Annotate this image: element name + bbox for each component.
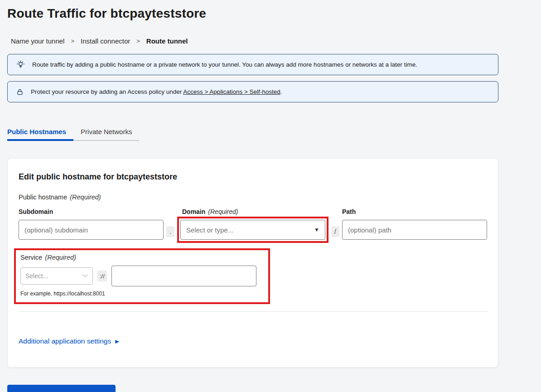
path-field-group: Path	[342, 208, 487, 240]
additional-application-settings-toggle[interactable]: Additional application settings ▶	[19, 337, 119, 345]
access-applications-self-hosted-link[interactable]: Access > Applications > Self-hosted	[183, 88, 280, 95]
breadcrumb-separator: >	[136, 38, 140, 44]
hostname-row: Subdomain . Domain(Required) Select or t…	[19, 208, 487, 243]
section-divider	[19, 311, 487, 312]
subdomain-field-group: Subdomain	[19, 208, 164, 240]
breadcrumb-install-connector[interactable]: Install connector	[81, 37, 130, 45]
domain-label: Domain	[182, 208, 205, 215]
breadcrumb: Name your tunnel > Install connector > R…	[11, 37, 498, 45]
edit-public-hostname-card: Edit public hostname for btcpayteststore…	[7, 158, 498, 368]
service-label-row: Service(Required)	[20, 254, 256, 261]
access-banner-text-after: .	[280, 88, 282, 95]
chevron-down-icon	[82, 273, 89, 280]
subdomain-input[interactable]	[19, 220, 164, 240]
page-content: Route Traffic for btcpayteststore Name y…	[7, 0, 498, 368]
tip-banner: Route traffic by adding a public hostnam…	[7, 54, 498, 75]
public-hostname-label: Public hostname	[19, 194, 67, 201]
domain-annotation-red-box: Select or type... ▼	[177, 217, 328, 243]
domain-field-group: Domain(Required) Select or type... ▼	[177, 208, 328, 243]
save-tunnel-button[interactable]: Save btcpayteststore tunnel	[7, 385, 116, 392]
service-example-text: For example, https://localhost:8001	[20, 290, 256, 297]
tab-public-hostnames[interactable]: Public Hostnames	[7, 128, 73, 141]
service-type-select[interactable]: Select...	[20, 267, 93, 285]
access-banner-text-before: Protect your resource by adding an Acces…	[31, 88, 183, 95]
service-label: Service	[20, 254, 42, 261]
breadcrumb-route-tunnel: Route tunnel	[146, 37, 188, 45]
service-required-label: (Required)	[45, 254, 76, 261]
service-type-placeholder: Select...	[25, 272, 48, 280]
public-hostname-required-label: (Required)	[70, 194, 101, 201]
scheme-joiner: ://	[97, 271, 107, 281]
tab-private-networks[interactable]: Private Networks	[81, 128, 139, 141]
breadcrumb-name-your-tunnel[interactable]: Name your tunnel	[11, 37, 64, 45]
domain-label-row: Domain(Required)	[177, 208, 328, 215]
public-hostname-label-row: Public hostname(Required)	[19, 194, 487, 201]
service-controls: Select... ://	[20, 266, 256, 286]
lightbulb-icon	[16, 60, 25, 69]
service-annotation-red-box: Service(Required) Select... :// For exam…	[14, 248, 270, 304]
page-title: Route Traffic for btcpayteststore	[7, 0, 498, 21]
caret-down-icon: ▼	[314, 227, 319, 233]
domain-select-placeholder: Select or type...	[186, 226, 233, 234]
caret-right-icon: ▶	[115, 339, 119, 344]
access-policy-banner: Protect your resource by adding an Acces…	[7, 81, 498, 102]
tip-banner-text: Route traffic by adding a public hostnam…	[32, 61, 417, 68]
domain-select[interactable]: Select or type... ▼	[180, 220, 325, 240]
path-input[interactable]	[342, 220, 487, 240]
lock-icon	[16, 88, 24, 96]
path-label: Path	[342, 208, 487, 215]
tab-bar: Public Hostnames Private Networks	[7, 128, 139, 141]
subdomain-label: Subdomain	[19, 208, 164, 215]
domain-required-label: (Required)	[208, 208, 238, 215]
access-banner-text: Protect your resource by adding an Acces…	[31, 88, 282, 95]
additional-settings-label: Additional application settings	[19, 337, 111, 345]
card-heading: Edit public hostname for btcpayteststore	[19, 172, 487, 182]
service-url-input[interactable]	[111, 266, 256, 286]
slash-joiner: /	[331, 226, 339, 237]
breadcrumb-separator: >	[71, 38, 74, 44]
dot-joiner: .	[166, 226, 174, 237]
